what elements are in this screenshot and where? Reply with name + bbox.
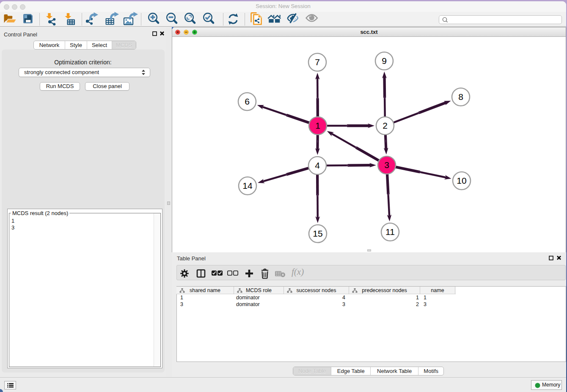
svg-text:6: 6 (245, 97, 250, 106)
svg-text:3: 3 (384, 160, 389, 170)
svg-text:11: 11 (385, 227, 395, 237)
svg-text:10: 10 (457, 176, 466, 185)
svg-text:2: 2 (383, 121, 388, 130)
svg-text:15: 15 (313, 229, 322, 238)
svg-text:4: 4 (315, 160, 320, 170)
svg-text:8: 8 (458, 92, 463, 102)
svg-text:1: 1 (315, 121, 320, 130)
svg-text:14: 14 (242, 181, 253, 190)
svg-text:7: 7 (315, 57, 320, 67)
svg-text:9: 9 (382, 56, 387, 66)
